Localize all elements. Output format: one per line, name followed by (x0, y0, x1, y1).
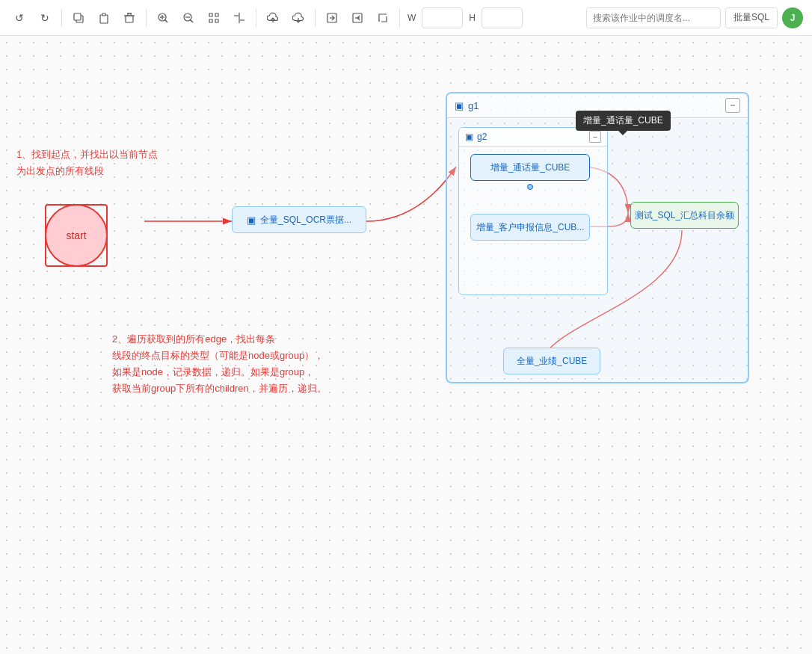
user-initial: J (790, 13, 796, 23)
svg-rect-4 (126, 16, 133, 22)
start-node-wrapper: start (45, 204, 108, 267)
svg-line-14 (191, 19, 194, 22)
group-g2: ▣ g2 － 增量_通话量_CUBE 增量_客户申报信息_CUB... (458, 127, 608, 295)
group-icon: ▣ (455, 100, 464, 111)
cloud-up-button[interactable] (262, 7, 283, 28)
svg-rect-1 (74, 13, 81, 20)
separator-5 (399, 9, 400, 27)
fit-button[interactable] (203, 7, 224, 28)
svg-rect-3 (102, 13, 105, 16)
start-node[interactable]: start (45, 204, 108, 267)
w-label: W (407, 13, 416, 23)
separator-2 (146, 9, 147, 27)
separator-3 (256, 9, 256, 27)
annotation-2: 2、遍历获取到的所有edge，找出每条 线段的终点目标的类型（可能是node或g… (112, 331, 327, 397)
height-input[interactable] (482, 7, 523, 28)
delete-button[interactable] (119, 7, 140, 28)
h-label: H (469, 13, 476, 23)
group-g1-label: g1 (468, 100, 479, 111)
batch-sql-label: 批量SQL (733, 11, 769, 24)
toolbar: ↺ ↻ W H 批量SQL J (0, 0, 812, 36)
zoom-out-button[interactable] (178, 7, 199, 28)
ocr-node[interactable]: ▣ 全量_SQL_OCR票据... (232, 206, 366, 233)
separator-1 (61, 9, 62, 27)
zoom-in-button[interactable] (153, 7, 173, 28)
inner-group-icon: ▣ (465, 132, 473, 142)
import-button[interactable] (347, 7, 368, 28)
copy-button[interactable] (68, 7, 89, 28)
width-input[interactable] (422, 7, 463, 28)
node-zengliang-kehu[interactable]: 增量_客户申报信息_CUB... (470, 214, 590, 241)
cloud-down-button[interactable] (288, 7, 309, 28)
batch-sql-button[interactable]: 批量SQL (725, 7, 778, 28)
split-button[interactable] (229, 7, 250, 28)
export-button[interactable] (322, 7, 342, 28)
tooltip: 增量_通话量_CUBE (576, 111, 671, 131)
paste-button[interactable] (93, 7, 114, 28)
node-icon: ▣ (247, 215, 256, 226)
node-dot-tonghua (527, 184, 533, 190)
search-input[interactable] (586, 7, 721, 28)
node-test-sql[interactable]: 测试_SQL_汇总科目余额 (630, 202, 739, 229)
group-g2-minimize[interactable]: － (589, 131, 601, 143)
node-quanliang-yeji[interactable]: 全量_业绩_CUBE (503, 348, 600, 374)
group-g1: ▣ g1 － ▣ g2 － 增量_通话量_CUBE 增量_客户申报信息_CUB.… (446, 92, 749, 383)
node-zengliang-tonghua[interactable]: 增量_通话量_CUBE (470, 154, 590, 181)
minimize-button[interactable]: － (725, 98, 740, 113)
annotation-1: 1、找到起点，并找出以当前节点 为出发点的所有线段 (16, 146, 158, 179)
canvas: 1、找到起点，并找出以当前节点 为出发点的所有线段 start ▣ 全量_SQL… (0, 36, 812, 654)
undo-button[interactable]: ↺ (9, 7, 30, 28)
svg-rect-2 (100, 15, 108, 23)
separator-4 (315, 9, 316, 27)
group-g2-label: g2 (477, 132, 487, 142)
svg-line-10 (165, 19, 168, 22)
user-avatar[interactable]: J (782, 7, 803, 28)
redo-button[interactable]: ↻ (34, 7, 55, 28)
resize-button[interactable] (372, 7, 393, 28)
